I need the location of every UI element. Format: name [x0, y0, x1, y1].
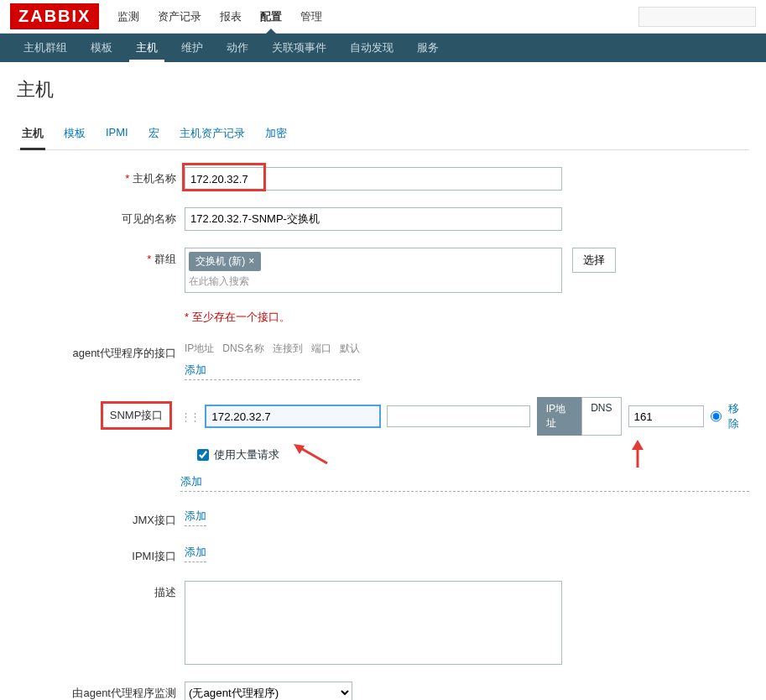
visible-name-label: 可见的名称	[17, 207, 185, 227]
search-input[interactable]	[638, 7, 756, 27]
topnav-monitoring[interactable]: 监测	[116, 1, 141, 33]
tab-encryption[interactable]: 加密	[263, 119, 289, 149]
host-name-input[interactable]	[185, 167, 562, 191]
snmp-label-highlight: SNMP接口	[101, 401, 173, 430]
add-jmx-iface-link[interactable]: 添加	[185, 509, 206, 522]
group-tag[interactable]: 交换机 (新)×	[189, 252, 261, 271]
snmp-iface-label: SNMP接口	[110, 409, 164, 421]
topnav-configuration[interactable]: 配置	[258, 1, 284, 33]
tab-macros[interactable]: 宏	[147, 119, 161, 149]
add-ipmi-iface-link[interactable]: 添加	[185, 546, 206, 558]
default-iface-radio[interactable]	[711, 410, 722, 422]
tab-host[interactable]: 主机	[20, 119, 45, 150]
add-snmp-iface-link[interactable]: 添加	[180, 475, 202, 488]
topnav-administration[interactable]: 管理	[299, 1, 324, 33]
visible-name-input[interactable]	[185, 207, 562, 231]
topnav-reports[interactable]: 报表	[218, 1, 243, 33]
arrow-annotation-icon	[625, 438, 650, 472]
snmp-interface-row: ⋮⋮ IP地址 DNS 移除	[180, 397, 749, 436]
sub-nav: 主机群组 模板 主机 维护 动作 关联项事件 自动发现 服务	[0, 34, 766, 62]
top-nav: 监测 资产记录 报表 配置 管理	[116, 1, 324, 33]
remove-snmp-link[interactable]: 移除	[728, 401, 749, 431]
proxy-label: 由agent代理程序监测	[17, 682, 185, 700]
tab-templates[interactable]: 模板	[62, 119, 87, 149]
subnav-actions[interactable]: 动作	[220, 34, 255, 62]
groups-box[interactable]: 交换机 (新)× 在此输入搜索	[185, 248, 562, 293]
jmx-iface-label: JMX接口	[17, 509, 185, 528]
form-tabs: 主机 模板 IPMI 宏 主机资产记录 加密	[17, 119, 749, 150]
logo: ZABBIX	[10, 3, 99, 29]
host-name-label: 主机名称	[17, 167, 185, 186]
interface-note: * 至少存在一个接口。	[185, 310, 290, 325]
use-bulk-checkbox[interactable]	[197, 449, 209, 461]
group-tag-label: 交换机 (新)	[195, 255, 245, 267]
top-bar: ZABBIX 监测 资产记录 报表 配置 管理	[0, 0, 766, 34]
subnav-maintenance[interactable]: 维护	[175, 34, 210, 62]
subnav-hosts[interactable]: 主机	[129, 34, 164, 62]
add-agent-iface-link[interactable]: 添加	[185, 363, 206, 376]
topnav-inventory[interactable]: 资产记录	[156, 1, 203, 33]
drag-handle-icon[interactable]: ⋮⋮	[180, 410, 199, 423]
connect-to-toggle: IP地址 DNS	[537, 397, 622, 436]
connect-to-dns[interactable]: DNS	[581, 397, 621, 436]
subnav-correlation[interactable]: 关联项事件	[265, 34, 333, 62]
description-label: 描述	[17, 581, 185, 600]
remove-tag-icon[interactable]: ×	[248, 255, 254, 267]
agent-iface-label: agent代理程序的接口	[17, 342, 185, 361]
subnav-hostgroups[interactable]: 主机群组	[17, 34, 74, 62]
description-textarea[interactable]	[185, 581, 562, 665]
iface-headers: IP地址 DNS名称 连接到 端口 默认	[185, 342, 360, 356]
snmp-dns-input[interactable]	[387, 405, 530, 427]
page-title: 主机	[17, 69, 749, 119]
groups-placeholder: 在此输入搜索	[189, 274, 558, 289]
subnav-templates[interactable]: 模板	[84, 34, 119, 62]
tab-ipmi[interactable]: IPMI	[104, 119, 130, 149]
proxy-select[interactable]: (无agent代理程序)	[185, 682, 352, 700]
tab-inventory[interactable]: 主机资产记录	[178, 119, 247, 149]
use-bulk-label: 使用大量请求	[214, 447, 279, 462]
groups-label: 群组	[17, 248, 185, 267]
select-group-button[interactable]: 选择	[572, 248, 616, 273]
subnav-discovery[interactable]: 自动发现	[343, 34, 400, 62]
snmp-port-input[interactable]	[628, 405, 704, 427]
snmp-ip-input[interactable]	[206, 405, 379, 427]
arrow-annotation-icon	[289, 442, 331, 468]
connect-to-ip[interactable]: IP地址	[537, 397, 581, 436]
ipmi-iface-label: IPMI接口	[17, 545, 185, 564]
subnav-services[interactable]: 服务	[410, 34, 446, 62]
